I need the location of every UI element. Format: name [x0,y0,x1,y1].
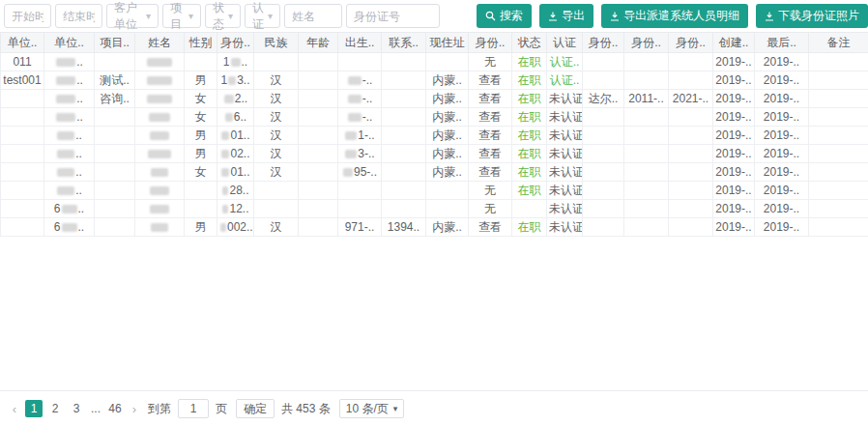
table-cell [1,90,44,108]
table-cell: 无 [469,182,512,200]
table-cell [382,71,426,90]
prev-page-button[interactable]: ‹ [8,402,21,416]
cell-text: 女 [195,110,207,124]
table-cell: 内蒙.. [426,145,469,163]
cell-text: 2011-.. [628,92,663,105]
table-cell [583,182,624,200]
table-cell [1,182,44,200]
search-button[interactable]: 搜索 [477,4,532,28]
status-select[interactable]: 状态 ▾ [205,4,241,28]
table-cell [583,145,624,163]
name-input[interactable] [284,4,342,28]
view-link[interactable]: 查看 [478,147,502,160]
export-button[interactable]: 导出 [539,4,593,28]
table-cell [624,53,669,71]
table-cell: 2019-.. [755,163,809,182]
table-cell: 咨询.. [95,90,135,108]
cell-text: .. [75,184,82,197]
column-header: 认证 [547,33,583,53]
table-cell: 在职 [512,71,547,90]
next-page-button[interactable]: › [128,402,141,416]
redacted-text [57,168,74,177]
page-button-3[interactable]: 3 [68,400,85,417]
cell-text: 3.. [237,73,249,87]
table-cell [382,53,426,71]
table-cell: 2019-.. [713,108,755,127]
table-cell [95,127,135,145]
view-link[interactable]: 查看 [478,220,502,234]
redacted-text [345,150,357,158]
redacted-text [151,168,168,177]
table-cell: 在职 [512,90,547,108]
table-cell: 2019-.. [713,53,755,71]
table-cell [809,218,868,237]
table-cell: .. [44,90,95,108]
redacted-text [56,76,75,85]
table-cell: 在职 [512,163,547,182]
table-cell: 2019-.. [755,182,809,200]
cell-text: 汉 [271,73,282,87]
page-button-46[interactable]: 46 [106,400,124,417]
table-cell: 95-.. [338,163,382,182]
page-size-select[interactable]: 10 条/页 ▾ [339,399,405,418]
page-button-2[interactable]: 2 [46,400,64,417]
view-link[interactable]: 查看 [478,165,502,179]
view-link[interactable]: 查看 [478,73,502,87]
cell-text: 28.. [229,184,248,197]
table-cell: 1.. [217,53,254,71]
table-cell: 2021-.. [669,90,713,108]
table-cell: 汉 [254,108,299,127]
column-header: 性别 [185,33,217,53]
table-cell: 未认证 [547,200,583,218]
customer-unit-placeholder: 客户单位 [114,0,142,33]
cell-text: 2019-.. [715,147,751,160]
cell-text: 认证.. [550,73,580,87]
table-row: 011..1..无在职认证..2019-..2019-.. [1,53,868,71]
redacted-text [62,205,77,213]
view-link[interactable]: 查看 [478,110,502,124]
download-icon [548,12,558,21]
table-cell [1,200,44,218]
column-header: 单位.. [44,33,95,53]
cell-text: .. [75,147,82,160]
table-cell [624,108,669,127]
cell-text: 内蒙.. [432,128,462,142]
project-select[interactable]: 项目 ▾ [162,4,201,28]
chevron-down-icon: ▾ [228,11,233,21]
table-cell: 未认证 [547,218,583,237]
download-icon [610,12,620,21]
export-detail-button[interactable]: 导出派遣系统人员明细 [601,4,748,28]
filter-bar: 客户单位 ▾ 项目 ▾ 状态 ▾ 认证 ▾ 搜索 导出 导出派遣系统人员明细 下… [0,0,868,32]
table-cell [254,182,299,200]
view-link[interactable]: 查看 [478,92,502,105]
table-cell: 在职 [512,53,547,71]
table-cell: .. [44,145,95,163]
table-cell: 1394.. [382,218,426,237]
table-cell: 男 [185,71,217,90]
end-time-input[interactable] [55,4,102,28]
table-cell [338,182,382,200]
cell-text: 在职 [518,220,541,234]
cell-text: test001 [3,73,41,87]
cell-text: 内蒙.. [432,165,462,179]
table-cell [583,108,624,127]
table-cell: .. [44,53,95,71]
table-cell [95,200,135,218]
table-cell: 内蒙.. [426,163,469,182]
customer-unit-select[interactable]: 客户单位 ▾ [106,4,159,28]
table-cell: 未认证 [547,90,583,108]
id-number-input[interactable] [346,4,440,28]
goto-page-input[interactable] [178,399,209,418]
table-cell [95,53,135,71]
start-time-input[interactable] [4,4,51,28]
table-cell: 内蒙.. [426,90,469,108]
page-button-1[interactable]: 1 [25,400,43,417]
cell-text: 95-.. [354,165,377,179]
confirm-page-button[interactable]: 确定 [236,399,275,418]
search-icon [485,11,496,21]
redacted-text [222,186,228,195]
table-cell [809,145,868,163]
certification-select[interactable]: 认证 ▾ [245,4,280,28]
download-id-photo-button[interactable]: 下载身份证照片 [756,4,868,28]
view-link[interactable]: 查看 [478,128,502,142]
